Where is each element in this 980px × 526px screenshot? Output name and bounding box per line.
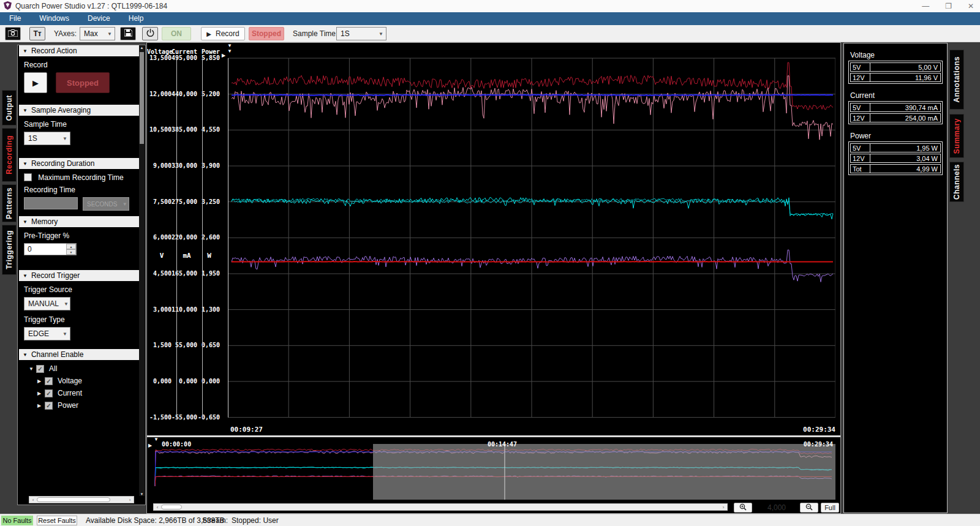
expand-icon[interactable]: ▼ <box>29 366 36 372</box>
left-panel-horizontal-scrollbar[interactable]: ‹ › <box>29 496 134 503</box>
recording-time-label: Recording Time <box>24 186 134 194</box>
tab-annotations[interactable]: Annotations <box>949 50 964 110</box>
scroll-up-icon[interactable]: ▲ <box>139 46 145 50</box>
zoom-in-button[interactable] <box>734 503 752 513</box>
zoom-in-icon <box>739 502 747 513</box>
zoom-out-button[interactable] <box>800 503 818 513</box>
axis-tick-label: 7,500 <box>147 198 172 205</box>
left-panel-vertical-scrollbar[interactable]: ▲ ▼ <box>139 46 145 496</box>
summary-current-table: 5V 390,74 mA 12V 254,00 mA <box>848 101 943 124</box>
chevron-down-icon: ▼ <box>121 201 129 207</box>
tab-channels[interactable]: Channels <box>949 162 964 202</box>
menu-device[interactable]: Device <box>78 12 119 25</box>
scroll-down-icon[interactable]: ▼ <box>139 492 145 496</box>
axis-tick-label: -0,650 <box>194 414 220 421</box>
section-header[interactable]: ▼ Recording Duration <box>19 158 139 169</box>
collapsed-icon[interactable]: ▶ <box>37 391 45 396</box>
pretrigger-stepper[interactable]: 0 ▲ ▼ <box>24 243 77 255</box>
timeline-separator <box>147 435 840 437</box>
chevron-down-icon: ▼ <box>105 31 115 37</box>
recording-time-unit-select[interactable]: SECONDS ▼ <box>83 197 129 211</box>
tab-output[interactable]: Output <box>2 90 17 126</box>
save-button[interactable] <box>120 27 136 40</box>
spin-up-icon[interactable]: ▲ <box>66 244 76 249</box>
recording-time-input[interactable] <box>24 197 78 209</box>
menu-help[interactable]: Help <box>119 12 153 25</box>
scroll-left-icon[interactable]: ‹ <box>154 505 161 510</box>
stream-status-text: Stopped: User <box>232 516 279 525</box>
max-recording-time-checkbox[interactable] <box>24 173 32 181</box>
start-record-button[interactable]: ▶ <box>24 72 47 93</box>
axis-unit-voltage: V <box>149 252 174 260</box>
table-row: Tot 4,99 W <box>850 164 941 173</box>
channel-checkbox[interactable]: ✓ <box>36 365 44 373</box>
channel-tree-item-all[interactable]: ▼ ✓ All <box>29 364 134 373</box>
zoom-full-button[interactable]: Full <box>821 503 839 513</box>
timeline-horizontal-scrollbar[interactable]: ‹ › <box>153 503 728 511</box>
scroll-left-icon[interactable]: ‹ <box>29 497 37 503</box>
section-channel-enable: ▼ Channel Enable ▼ ✓ All ▶ ✓ Voltage ▶ ✓… <box>19 349 139 426</box>
axis-tick-label: 0,650 <box>194 342 220 348</box>
scroll-right-icon[interactable]: › <box>720 505 727 510</box>
channel-checkbox[interactable]: ✓ <box>45 377 53 385</box>
plot-time-end: 00:29:34 <box>784 426 835 434</box>
record-button[interactable]: ▶ Record <box>201 27 245 40</box>
scroll-right-icon[interactable]: › <box>126 497 134 503</box>
trigger-source-select[interactable]: MANUAL ▼ <box>24 297 70 310</box>
collapsed-icon[interactable]: ▶ <box>37 378 45 384</box>
timeline-marker-icon[interactable]: ▶ <box>148 443 152 448</box>
section-header[interactable]: ▼ Sample Averaging <box>19 105 139 116</box>
tab-patterns[interactable]: Patterns <box>2 184 17 222</box>
timeline-overview[interactable] <box>153 438 835 500</box>
main-plot[interactable] <box>228 56 835 423</box>
reset-faults-button[interactable]: Reset Faults <box>37 516 77 525</box>
power-state-indicator: ON <box>162 27 191 40</box>
yaxes-dropdown[interactable]: Max ▼ <box>80 27 115 40</box>
close-icon[interactable]: ✕ <box>968 2 974 10</box>
axis-tick-label: 9,000 <box>147 162 172 169</box>
minimize-icon[interactable]: — <box>922 2 929 10</box>
menubar: File Windows Device Help <box>0 12 980 25</box>
channel-tree-item-current[interactable]: ▶ ✓ Current <box>37 389 134 397</box>
channel-checkbox[interactable]: ✓ <box>45 402 53 410</box>
sample-time-dropdown[interactable]: 1S ▼ <box>336 27 386 40</box>
cursor-marker-icon[interactable]: ▶ <box>222 53 225 58</box>
timeline-marker-icon[interactable]: ▼ <box>154 437 159 442</box>
sample-time-select[interactable]: 1S ▼ <box>24 132 70 145</box>
save-icon <box>124 29 132 39</box>
table-row: 5V 5,00 V <box>850 62 941 72</box>
cursor-marker-icon[interactable]: ▼ <box>227 49 232 54</box>
axis-tick-label: 0,000 <box>194 378 220 385</box>
restore-icon[interactable]: ❐ <box>945 2 952 10</box>
text-annotation-button[interactable]: Tᴛ <box>29 27 45 40</box>
channel-tree-item-voltage[interactable]: ▶ ✓ Voltage <box>37 377 134 385</box>
section-record-trigger: ▼ Record Trigger Trigger Source MANUAL ▼… <box>19 270 139 347</box>
cursor-marker-icon[interactable]: ▼ <box>227 43 232 48</box>
axis-line <box>202 58 203 418</box>
channel-tree-item-power[interactable]: ▶ ✓ Power <box>37 401 134 410</box>
record-status-badge: Stopped <box>249 27 284 40</box>
zoom-out-icon <box>805 502 813 513</box>
tab-recording[interactable]: Recording <box>2 128 17 182</box>
tab-triggering[interactable]: Triggering <box>2 225 17 275</box>
menu-file[interactable]: File <box>0 12 30 25</box>
channel-checkbox[interactable]: ✓ <box>45 389 53 397</box>
section-header[interactable]: ▼ Record Trigger <box>19 270 139 281</box>
tab-summary[interactable]: Summary <box>949 114 964 158</box>
trigger-type-select[interactable]: EDGE ▼ <box>24 327 70 340</box>
stream-label: Stream: <box>202 516 228 525</box>
axis-tick-label: 1,300 <box>194 306 220 313</box>
collapse-icon: ▼ <box>23 161 28 167</box>
collapsed-icon[interactable]: ▶ <box>37 403 45 408</box>
timeline-time-start: 00:00:00 <box>162 441 191 448</box>
section-header[interactable]: ▼ Record Action <box>19 45 139 56</box>
spin-down-icon[interactable]: ▼ <box>66 249 76 255</box>
output-power-button[interactable] <box>142 27 158 40</box>
chevron-down-icon: ▼ <box>376 31 386 37</box>
table-row: 5V 390,74 mA <box>850 103 941 112</box>
zoom-window-value[interactable]: 4,000 <box>757 503 796 512</box>
section-header[interactable]: ▼ Memory <box>19 216 139 227</box>
section-header[interactable]: ▼ Channel Enable <box>19 349 139 360</box>
screenshot-button[interactable] <box>5 27 21 40</box>
menu-windows[interactable]: Windows <box>30 12 78 25</box>
